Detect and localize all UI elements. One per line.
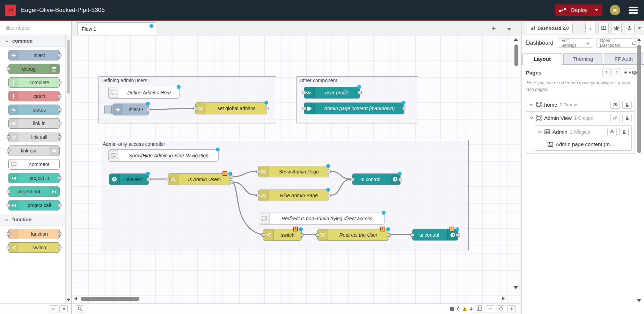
output-port[interactable]: [402, 107, 406, 110]
open-dashboard-button[interactable]: Open Dashboard: [597, 38, 640, 48]
node-inject[interactable]: inject ¹: [112, 104, 149, 115]
node-ui-event[interactable]: ui-event: [109, 173, 149, 185]
config-tab-button[interactable]: [624, 23, 635, 33]
deploy-caret[interactable]: [591, 5, 602, 16]
tab-dashboard-2[interactable]: Dashboard 2.0: [527, 23, 573, 33]
node-is-admin-user[interactable]: Is Admin User?: [168, 173, 231, 185]
sidebar-scroll-up-icon[interactable]: [637, 38, 641, 41]
output-port[interactable]: [327, 170, 331, 173]
node-set-global-admins[interactable]: set global.admins: [195, 102, 267, 114]
node-admin-page-content[interactable]: Admin page content (markdown): [304, 102, 404, 114]
input-port[interactable]: [7, 204, 10, 207]
user-avatar[interactable]: su: [610, 5, 620, 15]
flow-list-caret[interactable]: [507, 26, 511, 32]
scroll-down-icon[interactable]: [66, 299, 71, 301]
input-port[interactable]: [7, 149, 10, 152]
lock-toggle[interactable]: [619, 128, 629, 136]
tree-row-widget[interactable]: Admin page content (m...: [535, 138, 631, 150]
expand-all-button[interactable]: «: [59, 305, 68, 313]
input-port[interactable]: [7, 135, 10, 139]
output-port[interactable]: [398, 178, 402, 181]
input-port[interactable]: [166, 178, 170, 181]
output-port[interactable]: [58, 53, 61, 57]
canvas-scroll-right-icon[interactable]: [502, 297, 505, 301]
tree-row-admin-group[interactable]: Admin 1 Widgets: [535, 126, 631, 138]
zoom-reset-button[interactable]: [497, 305, 505, 313]
output-port[interactable]: [300, 233, 303, 237]
chevron-down-icon[interactable]: [529, 102, 533, 107]
output-port[interactable]: [58, 204, 61, 207]
visibility-toggle[interactable]: [607, 128, 617, 136]
debug-tab-button[interactable]: [611, 23, 622, 33]
palette-node-debug[interactable]: debug: [8, 64, 60, 74]
output-port[interactable]: [387, 233, 391, 237]
input-port[interactable]: [302, 107, 306, 110]
canvas-scroll-up-icon[interactable]: [514, 38, 518, 41]
palette-node-comment[interactable]: comment: [8, 159, 60, 170]
tab-theming[interactable]: Theming: [563, 53, 603, 65]
zoom-in-button[interactable]: [507, 305, 516, 313]
output-port[interactable]: [265, 107, 269, 110]
palette-category-common[interactable]: common: [0, 35, 71, 47]
palette-category-function[interactable]: function: [0, 214, 71, 226]
info-tab-button[interactable]: i: [585, 23, 596, 33]
chevron-down-icon[interactable]: [538, 130, 542, 134]
input-port[interactable]: [7, 67, 10, 71]
flow-canvas[interactable]: Defining admin users Other component Adm…: [72, 35, 520, 304]
input-port[interactable]: [256, 170, 260, 173]
palette-node-link-in[interactable]: link in: [8, 118, 60, 129]
palette-filter-input[interactable]: [6, 25, 69, 31]
canvas-scroll-left-icon[interactable]: [74, 297, 77, 301]
palette-node-project-in[interactable]: project in: [8, 173, 60, 183]
palette-node-catch[interactable]: catch: [8, 91, 60, 101]
node-redirect-the-user[interactable]: Redirect the User: [317, 229, 389, 241]
input-port[interactable]: [7, 232, 10, 236]
node-ui-control-top[interactable]: ui control: [352, 173, 401, 185]
palette-node-switch[interactable]: switch: [8, 242, 60, 253]
input-port[interactable]: [350, 178, 354, 181]
palette-scrollbar[interactable]: [65, 35, 71, 304]
expand-pages-button[interactable]: «: [613, 69, 621, 76]
palette-node-link-out[interactable]: link out: [8, 145, 60, 156]
output-port[interactable]: [358, 91, 362, 94]
output-port[interactable]: [58, 81, 61, 84]
palette-node-project-out[interactable]: project out: [8, 186, 60, 197]
tree-row-admin-view[interactable]: Admin View 1 Groups: [526, 112, 635, 124]
zoom-out-button[interactable]: [486, 305, 494, 313]
input-port[interactable]: [315, 233, 319, 237]
lock-toggle[interactable]: [622, 101, 632, 109]
output-port[interactable]: [58, 135, 61, 139]
visibility-toggle[interactable]: [610, 114, 620, 122]
output-port[interactable]: [147, 108, 151, 111]
node-show-admin-page[interactable]: Show Admin Page: [258, 166, 329, 177]
lock-toggle[interactable]: [622, 114, 632, 122]
output-port[interactable]: [58, 94, 61, 98]
canvas-scroll-down-icon[interactable]: [514, 286, 518, 289]
node-ui-control-bottom[interactable]: ui control: [412, 229, 458, 241]
output-port[interactable]: [58, 176, 61, 180]
node-hide-admin-page[interactable]: Hide Admin Page: [258, 190, 329, 201]
node-comment-show-hide[interactable]: Show/Hide Admin in Side Navigation: [108, 149, 219, 162]
input-port[interactable]: [7, 190, 10, 193]
input-port[interactable]: [302, 91, 306, 94]
palette-node-complete[interactable]: complete: [8, 77, 60, 88]
input-port[interactable]: [256, 194, 260, 197]
add-flow-button[interactable]: [489, 24, 498, 32]
output-port-2[interactable]: [229, 180, 233, 184]
visibility-toggle[interactable]: [610, 101, 620, 109]
minimap-button[interactable]: [475, 305, 483, 313]
input-port[interactable]: [193, 107, 197, 110]
output-port[interactable]: [58, 108, 61, 112]
palette-node-status[interactable]: status: [8, 105, 60, 115]
sidebar-menu-caret[interactable]: [638, 27, 641, 29]
output-port[interactable]: [147, 178, 151, 181]
sidebar-scroll-down-icon[interactable]: [637, 299, 641, 302]
input-port[interactable]: [261, 233, 265, 237]
output-port-1[interactable]: [229, 175, 233, 179]
collapse-all-button[interactable]: «: [50, 305, 58, 313]
sidebar-scrollbar[interactable]: [637, 45, 641, 153]
chevron-down-icon[interactable]: [529, 116, 533, 120]
tab-flow-1[interactable]: Flow 1: [77, 22, 156, 35]
tab-layout[interactable]: Layout: [522, 53, 562, 65]
canvas-vertical-scrollbar[interactable]: [514, 44, 518, 66]
